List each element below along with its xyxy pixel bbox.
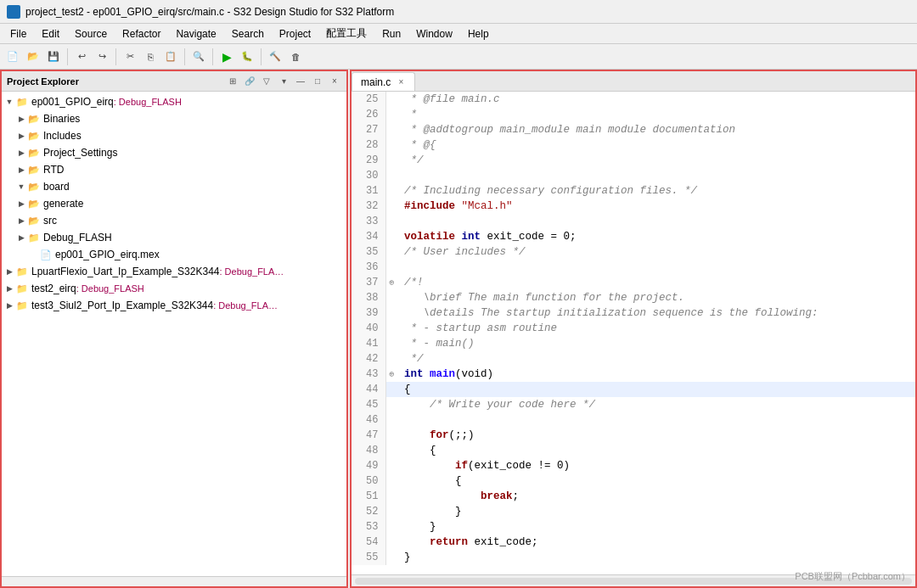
tree-toggle[interactable]: ▶ (15, 165, 27, 174)
menu-item-run[interactable]: Run (375, 26, 408, 42)
menu-item-file[interactable]: File (3, 26, 33, 42)
line-code[interactable]: volatile int exit_code = 0; (397, 229, 915, 244)
menu-item-配置工具[interactable]: 配置工具 (319, 25, 374, 42)
tab-close-btn[interactable]: × (396, 77, 406, 87)
tb-copy[interactable]: ⎘ (141, 48, 160, 66)
line-code[interactable] (397, 260, 915, 275)
line-code[interactable]: } (397, 504, 915, 519)
tb-paste[interactable]: 📋 (161, 48, 180, 66)
tree-item[interactable]: ▶📂RTD (2, 161, 346, 178)
tree-item[interactable]: ▼📁ep001_GPIO_eirq: Debug_FLASH (2, 93, 346, 110)
tree-item[interactable]: 📄ep001_GPIO_eirq.mex (2, 246, 346, 263)
tb-cut[interactable]: ✂ (121, 48, 139, 66)
tree-toggle[interactable]: ▶ (3, 301, 15, 310)
line-code[interactable]: } (397, 519, 915, 535)
tree-toggle[interactable]: ▶ (3, 267, 15, 276)
line-code[interactable]: /* User includes */ (397, 244, 915, 260)
folder-icon: 📂 (27, 197, 41, 210)
line-code[interactable]: */ (397, 351, 915, 367)
line-code[interactable]: if(exit_code != 0) (397, 458, 915, 473)
pe-minimize[interactable]: — (294, 75, 307, 88)
pe-menu[interactable]: ▾ (277, 75, 290, 88)
line-code[interactable]: for(;;) (397, 428, 915, 443)
tree-item[interactable]: ▶📁Debug_FLASH (2, 229, 346, 246)
tree-toggle[interactable]: ▼ (15, 182, 27, 191)
line-code[interactable]: /*! (397, 275, 915, 290)
tree-toggle[interactable]: ▶ (3, 284, 15, 293)
menu-item-search[interactable]: Search (225, 26, 271, 42)
menu-item-project[interactable]: Project (273, 26, 318, 42)
pe-filter[interactable]: ▽ (260, 75, 273, 88)
folder-icon: 📁 (15, 95, 29, 109)
tree-item[interactable]: ▼📂board (2, 178, 346, 195)
tb-new[interactable]: 📄 (3, 48, 22, 66)
menu-item-edit[interactable]: Edit (35, 26, 66, 42)
tree-item[interactable]: ▶📁LpuartFlexio_Uart_Ip_Example_S32K344: … (2, 263, 346, 280)
line-code[interactable]: /* Including necessary configuration fil… (397, 183, 915, 199)
line-code[interactable]: * (397, 107, 915, 122)
tab-main-c[interactable]: main.c × (352, 72, 415, 91)
pe-collapse-all[interactable]: ⊞ (226, 75, 239, 88)
pe-link-editor[interactable]: 🔗 (243, 75, 256, 88)
tb-clean[interactable]: 🗑 (286, 48, 305, 66)
line-code[interactable]: #include "Mcal.h" (397, 199, 915, 214)
code-table: 25 * @file main.c26 *27 * @addtogroup ma… (352, 92, 915, 565)
tree-item[interactable]: ▶📂Includes (2, 127, 346, 144)
tb-debug[interactable]: 🐛 (238, 48, 256, 66)
tb-save[interactable]: 💾 (44, 48, 63, 66)
tree-toggle[interactable]: ▶ (15, 148, 27, 157)
line-code[interactable]: * - main() (397, 336, 915, 351)
tree-item[interactable]: ▶📁test3_Siul2_Port_Ip_Example_S32K344: D… (2, 297, 346, 314)
tree-item[interactable]: ▶📂Project_Settings (2, 144, 346, 161)
line-code[interactable]: /* Write your code here */ (397, 397, 915, 412)
line-code[interactable] (397, 168, 915, 183)
line-code[interactable]: int main(void) (397, 367, 915, 382)
tb-build[interactable]: 🔨 (266, 48, 284, 66)
line-code[interactable]: break; (397, 489, 915, 504)
tb-redo[interactable]: ↪ (93, 48, 111, 66)
menu-item-navigate[interactable]: Navigate (169, 26, 222, 42)
tree-item[interactable]: ▶📂Binaries (2, 110, 346, 127)
tb-undo[interactable]: ↩ (72, 48, 91, 66)
tree-toggle[interactable]: ▼ (3, 98, 15, 106)
tb-open[interactable]: 📂 (24, 48, 42, 66)
line-code[interactable]: return exit_code; (397, 535, 915, 550)
tree-toggle[interactable]: ▶ (15, 216, 27, 225)
line-code[interactable]: * - startup asm routine (397, 321, 915, 336)
line-code[interactable]: * @file main.c (397, 92, 915, 107)
tab-label: main.c (361, 76, 391, 88)
tree-toggle[interactable]: ▶ (15, 132, 27, 140)
line-code[interactable]: \brief The main function for the project… (397, 290, 915, 305)
tree-label: Includes (43, 130, 82, 142)
line-code[interactable]: * @addtogroup main_module main module do… (397, 122, 915, 137)
pe-close[interactable]: × (328, 75, 341, 88)
menu-item-help[interactable]: Help (461, 26, 496, 42)
pe-maximize[interactable]: □ (311, 75, 324, 88)
editor-content[interactable]: 25 * @file main.c26 *27 * @addtogroup ma… (352, 92, 915, 574)
line-code[interactable] (397, 412, 915, 428)
tb-run[interactable]: ▶ (217, 48, 236, 66)
tb-search[interactable]: 🔍 (189, 48, 208, 66)
tree-toggle[interactable]: ▶ (15, 233, 27, 242)
folder-icon: 📂 (27, 163, 41, 176)
tree-item[interactable]: ▶📁test2_eirq: Debug_FLASH (2, 280, 346, 297)
line-code[interactable]: { (397, 382, 915, 397)
tree-toggle[interactable]: ▶ (15, 115, 27, 123)
menu-item-window[interactable]: Window (409, 26, 459, 42)
line-code[interactable]: \details The startup initialization sequ… (397, 305, 915, 321)
main-layout: Project Explorer ⊞ 🔗 ▽ ▾ — □ × ▼📁ep001_G… (0, 70, 917, 588)
code-line: 45 /* Write your code here */ (352, 397, 915, 412)
line-code[interactable]: */ (397, 153, 915, 168)
line-code[interactable]: { (397, 443, 915, 458)
tree-item[interactable]: ▶📂src (2, 212, 346, 229)
line-code[interactable] (397, 214, 915, 229)
tree-toggle[interactable]: ▶ (15, 199, 27, 208)
tree-item[interactable]: ▶📂generate (2, 195, 346, 212)
line-code[interactable]: { (397, 473, 915, 489)
pe-scrollbar[interactable] (2, 576, 346, 586)
menu-item-refactor[interactable]: Refactor (115, 26, 167, 42)
menu-item-source[interactable]: Source (68, 26, 114, 42)
sep4 (212, 48, 213, 65)
line-code[interactable]: * @{ (397, 137, 915, 153)
line-code[interactable]: } (397, 550, 915, 565)
